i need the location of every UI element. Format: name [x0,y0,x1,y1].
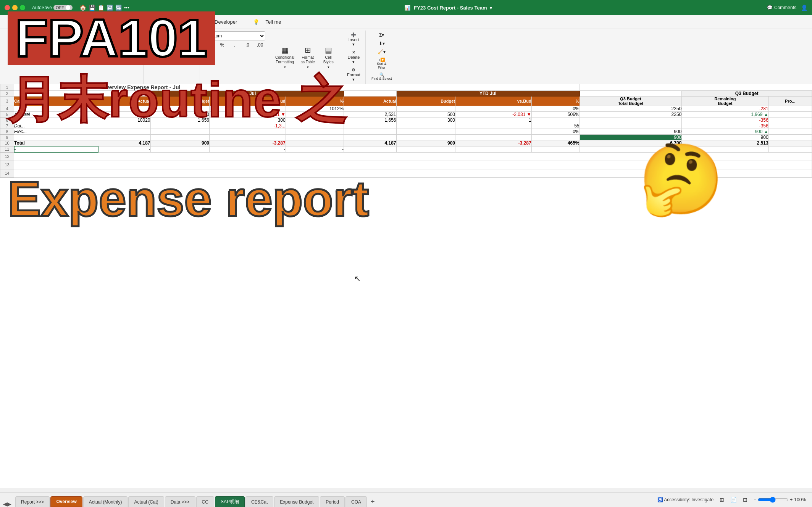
tab-actual-monthly[interactable]: Actual (Monthly) [83,496,128,507]
table-cell[interactable]: 1,356 [286,117,344,123]
table-cell[interactable] [531,117,580,123]
find-select-button[interactable]: 🔍 Find & Select [370,71,394,82]
cut-button[interactable]: ✂️ [26,32,38,40]
table-cell[interactable] [286,129,344,135]
align-bottom-button[interactable]: ⬇ [173,31,184,39]
table-cell[interactable] [98,91,151,97]
align-left-button[interactable]: ≡ [147,40,159,47]
menu-review[interactable]: Review [158,18,179,26]
table-cell[interactable]: -2,031 ▼ [455,112,532,117]
table-cell[interactable]: 2250 [580,112,682,117]
table-cell[interactable] [396,135,455,140]
table-cell[interactable]: Apparel [14,112,98,117]
tab-sap[interactable]: SAP明细 [215,496,245,507]
font-family-select[interactable]: Arial [45,34,95,43]
table-cell[interactable] [150,146,209,152]
table-cell[interactable] [344,91,397,97]
table-cell[interactable] [396,129,455,135]
increase-font-button[interactable]: A+ [116,31,128,45]
zoom-in-button[interactable]: + [790,497,793,502]
menu-insert[interactable]: Insert [6,18,23,26]
clear-button[interactable]: 🧹▾ [376,48,387,56]
table-cell[interactable] [455,129,532,135]
minimize-button[interactable] [12,5,18,10]
page-layout-view-button[interactable]: 📄 [730,497,737,503]
table-cell[interactable] [14,106,98,112]
comma-button[interactable]: , [229,41,241,49]
table-cell[interactable] [768,112,812,117]
table-cell[interactable]: - [210,146,286,152]
more-icon[interactable]: ••• [124,5,129,11]
table-cell[interactable] [150,123,209,129]
delete-cells-button[interactable]: ✕ Delete ▾ [345,49,362,66]
paste-button[interactable]: 📋 Paste [6,31,25,58]
menu-tell-me[interactable]: 💡 Tell me [249,16,286,28]
table-cell[interactable] [98,106,151,112]
tab-period[interactable]: Period [320,496,345,507]
table-cell[interactable] [14,152,812,161]
table-cell[interactable]: 10020 [98,117,151,123]
table-cell[interactable] [768,140,812,146]
table-cell[interactable] [580,91,682,97]
font-color-button[interactable]: A▾ [118,46,130,54]
table-cell[interactable]: 1,656 [344,117,397,123]
insert-cells-button[interactable]: ➕ Insert ▾ [345,31,362,48]
menu-draw[interactable]: Draw [32,18,48,26]
menu-data[interactable]: Data [134,18,149,26]
table-cell[interactable] [455,106,532,112]
table-cell[interactable] [396,106,455,112]
number-format-select[interactable]: Custom [204,31,265,40]
autosave-indicator[interactable]: AutoSave OFF [32,5,73,10]
table-cell[interactable] [14,84,98,91]
table-cell[interactable]: 900 [580,135,682,140]
table-cell[interactable] [210,135,286,140]
align-right-button[interactable]: ≡ [173,40,184,47]
table-cell[interactable]: 0% [531,129,580,135]
table-cell[interactable]: -356 [682,123,768,129]
menu-developer[interactable]: Developer [212,18,239,26]
table-cell[interactable] [768,123,812,129]
table-cell[interactable]: 2,531 [344,112,397,117]
tab-cc[interactable]: CC [196,496,214,507]
table-cell[interactable]: 1,969 ▲ [682,112,768,117]
table-cell[interactable]: - [580,146,682,152]
tab-data[interactable]: Data >>> [165,496,195,507]
zoom-slider[interactable] [758,497,788,503]
table-cell[interactable] [98,123,151,129]
table-cell[interactable]: 506% [531,112,580,117]
format-painter-button[interactable]: 🖌️ [26,49,38,57]
tab-coa[interactable]: COA [345,496,367,507]
border-button[interactable]: ⊞▾ [93,46,105,54]
selected-cell[interactable]: - [14,146,98,152]
autosum-button[interactable]: Σ▾ [376,31,387,39]
tab-overview[interactable]: Overview [50,496,82,507]
save-icon[interactable]: 💾 [89,5,95,11]
home-icon[interactable]: 🏠 [79,4,87,11]
table-cell[interactable]: -1,3... [210,123,286,129]
table-cell[interactable]: 300 [210,117,286,123]
table-cell[interactable] [14,117,98,123]
underline-button[interactable]: U▾ [81,45,92,54]
table-cell[interactable]: 900 ▲ [682,129,768,135]
table-cell[interactable]: -356 [682,117,768,123]
table-cell[interactable] [344,129,397,135]
table-cell[interactable] [396,123,455,129]
copy-button[interactable]: 📄 [26,41,38,48]
table-cell[interactable] [768,117,812,123]
increase-decimal-button[interactable]: .00 [254,41,266,49]
table-cell[interactable] [210,129,286,135]
table-cell[interactable] [210,106,286,112]
decrease-font-button[interactable]: A- [129,31,140,45]
table-cell[interactable] [768,106,812,112]
table-cell[interactable] [396,146,455,152]
page-break-view-button[interactable]: ⊡ [743,497,747,503]
table-cell[interactable] [580,123,682,129]
undo-icon[interactable]: ↩️ [107,5,113,11]
table-cell[interactable] [98,135,151,140]
currency-button[interactable]: $▾ [204,41,215,49]
decrease-decimal-button[interactable]: .0 [242,41,253,49]
wrap-text-button[interactable]: ↵ [185,31,197,39]
table-cell[interactable]: 900 [682,135,768,140]
merge-button[interactable]: ⊡▾ [185,40,197,47]
font-size-select[interactable]: 11 [96,34,115,43]
